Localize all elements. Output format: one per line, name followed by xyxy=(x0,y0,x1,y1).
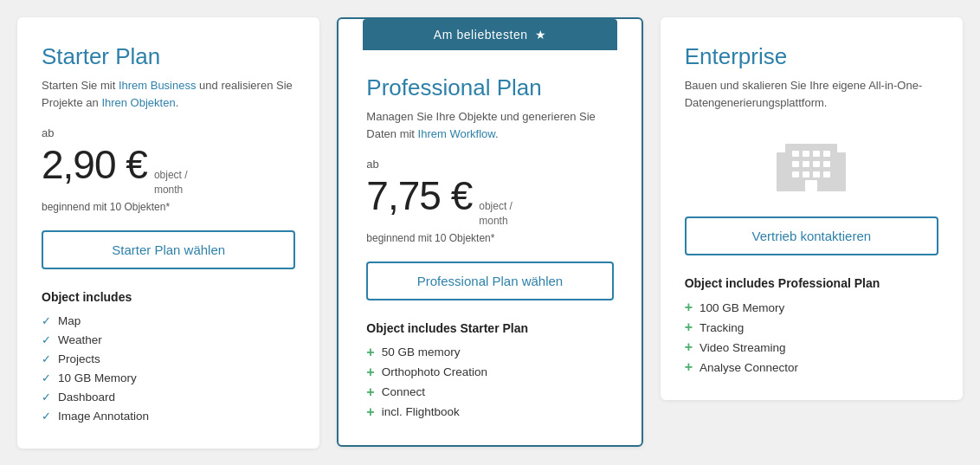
includes-title: Object includes Starter Plan xyxy=(366,321,613,335)
cta-button-starter[interactable]: Starter Plan wählen xyxy=(42,230,295,269)
svg-rect-8 xyxy=(803,161,809,167)
plus-icon: + xyxy=(366,385,374,399)
svg-rect-5 xyxy=(813,151,820,157)
feature-text: Connect xyxy=(382,385,425,398)
star-icon: ★ xyxy=(535,28,547,42)
price-amount: 7,75 € xyxy=(366,172,472,219)
feature-item: + Orthophoto Creation xyxy=(366,365,613,379)
feature-text: Orthophoto Creation xyxy=(382,365,487,378)
feature-text: Analyse Connector xyxy=(700,361,798,374)
svg-rect-11 xyxy=(792,171,799,178)
plan-subtitle: Starten Sie mit Ihrem Business und reali… xyxy=(42,77,295,111)
svg-rect-6 xyxy=(823,151,830,157)
plus-icon: + xyxy=(685,340,693,354)
feature-text: Tracking xyxy=(700,321,744,334)
building-icon xyxy=(685,126,938,196)
plus-icon: + xyxy=(685,300,693,314)
price-amount: 2,90 € xyxy=(42,141,147,188)
svg-rect-3 xyxy=(792,151,799,157)
svg-rect-1 xyxy=(777,152,790,191)
svg-rect-9 xyxy=(813,161,820,167)
plus-icon: + xyxy=(366,346,374,359)
plus-icon: + xyxy=(685,320,693,334)
feature-item: ✓ 10 GB Memory xyxy=(42,371,295,384)
plus-icon: + xyxy=(366,365,374,379)
feature-text: 10 GB Memory xyxy=(58,371,137,384)
svg-rect-10 xyxy=(823,161,830,167)
feature-item: + incl. Flightbook xyxy=(366,405,613,419)
svg-rect-13 xyxy=(813,171,820,178)
plus-icon: + xyxy=(366,405,374,419)
svg-rect-15 xyxy=(805,180,817,191)
feature-item: ✓ Dashboard xyxy=(42,391,295,404)
check-icon: ✓ xyxy=(42,391,51,404)
check-icon: ✓ xyxy=(42,314,51,327)
feature-item: ✓ Projects xyxy=(42,352,295,365)
check-icon: ✓ xyxy=(42,371,51,384)
feature-text: Video Streaming xyxy=(700,341,786,354)
price-row: 2,90 € object / month xyxy=(42,141,295,197)
plan-card-enterprise: EnterpriseBauen und skalieren Sie Ihre e… xyxy=(661,17,963,400)
includes-title: Object includes Professional Plan xyxy=(685,276,938,290)
feature-item: + Video Streaming xyxy=(685,340,938,354)
svg-rect-7 xyxy=(792,161,799,167)
ab-label: ab xyxy=(366,158,613,171)
price-unit: object / month xyxy=(154,168,188,197)
svg-rect-2 xyxy=(833,152,846,191)
cta-button-professional[interactable]: Professional Plan wählen xyxy=(366,262,613,300)
plan-subtitle: Managen Sie Ihre Objekte und generieren … xyxy=(366,108,613,142)
plan-title: Starter Plan xyxy=(42,43,295,70)
feature-text: Image Annotation xyxy=(58,410,149,423)
feature-item: + 100 GB Memory xyxy=(685,300,938,314)
feature-item: + Connect xyxy=(366,385,613,399)
plus-icon: + xyxy=(685,360,693,374)
feature-list: + 100 GB Memory + Tracking + Video Strea… xyxy=(685,300,938,374)
price-row: 7,75 € object / month xyxy=(366,172,613,229)
pricing-container: Starter PlanStarten Sie mit Ihrem Busine… xyxy=(17,17,963,449)
price-note: beginnend mit 10 Objekten* xyxy=(366,232,613,244)
feature-item: ✓ Map xyxy=(42,314,295,327)
includes-title: Object includes xyxy=(42,290,295,304)
svg-rect-14 xyxy=(823,171,830,178)
price-note: beginnend mit 10 Objekten* xyxy=(42,201,295,213)
cta-button-enterprise[interactable]: Vertrieb kontaktieren xyxy=(685,216,938,255)
plan-subtitle: Bauen und skalieren Sie Ihre eigene All-… xyxy=(685,77,938,111)
feature-item: + Analyse Connector xyxy=(685,360,938,374)
svg-rect-4 xyxy=(803,151,809,157)
feature-item: ✓ Weather xyxy=(42,333,295,346)
feature-text: Projects xyxy=(58,352,100,365)
check-icon: ✓ xyxy=(42,333,51,346)
feature-item: + 50 GB memory xyxy=(366,346,613,359)
feature-text: Weather xyxy=(58,333,102,346)
feature-item: ✓ Image Annotation xyxy=(42,410,295,423)
svg-rect-12 xyxy=(803,171,809,178)
feature-list: + 50 GB memory + Orthophoto Creation + C… xyxy=(366,346,613,419)
featured-badge: Am beliebtesten ★ xyxy=(363,19,616,50)
feature-text: Map xyxy=(58,314,81,327)
feature-text: Dashboard xyxy=(58,391,115,404)
badge-text: Am beliebtesten xyxy=(434,28,528,42)
plan-title: Professional Plan xyxy=(366,74,613,101)
plan-title: Enterprise xyxy=(685,43,938,70)
feature-text: incl. Flightbook xyxy=(382,405,460,418)
plan-card-professional: Am beliebtesten ★ Professional PlanManag… xyxy=(337,17,642,447)
plan-card-starter: Starter PlanStarten Sie mit Ihrem Busine… xyxy=(17,17,319,449)
check-icon: ✓ xyxy=(42,352,51,365)
feature-item: + Tracking xyxy=(685,320,938,334)
feature-text: 100 GB Memory xyxy=(700,301,784,314)
ab-label: ab xyxy=(42,126,295,139)
feature-text: 50 GB memory xyxy=(382,346,461,358)
price-unit: object / month xyxy=(479,199,513,229)
check-icon: ✓ xyxy=(42,410,51,423)
feature-list: ✓ Map ✓ Weather ✓ Projects ✓ 10 GB Memor… xyxy=(42,314,295,423)
